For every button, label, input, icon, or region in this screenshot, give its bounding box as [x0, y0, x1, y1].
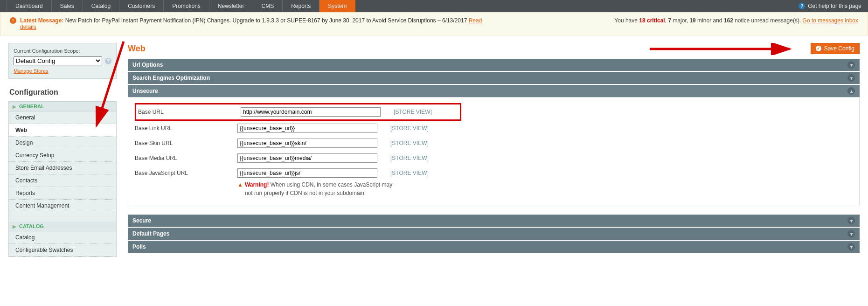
configuration-heading: Configuration — [9, 88, 117, 97]
check-icon: ✓ — [816, 46, 821, 51]
page-title: Web — [128, 44, 146, 54]
nav-cms[interactable]: CMS — [253, 0, 283, 12]
base-js-url-input[interactable] — [237, 168, 377, 178]
scope-label: [STORE VIEW] — [394, 109, 432, 115]
chevron-down-icon: ▾ — [847, 230, 855, 237]
panel-url-options[interactable]: Url Options ▾ — [128, 59, 860, 71]
help-icon: ? — [799, 3, 805, 9]
notification-summary: You have 18 critical, 7 major, 19 minor … — [614, 17, 858, 24]
chevron-down-icon: ▾ — [847, 74, 855, 82]
save-config-button[interactable]: ✓ Save Config — [811, 43, 860, 54]
warning-icon: ! — [10, 17, 16, 24]
menu-item-content-management[interactable]: Content Management — [9, 200, 116, 212]
menu-item-currency-setup[interactable]: Currency Setup — [9, 149, 116, 162]
hint-icon[interactable]: ? — [105, 58, 111, 64]
menu-item-store-email[interactable]: Store Email Addresses — [9, 162, 116, 174]
menu-item-design[interactable]: Design — [9, 137, 116, 149]
field-label: Base Link URL — [135, 125, 237, 132]
config-menu: ▶ GENERAL General Web Design Currency Se… — [8, 101, 117, 257]
cdn-warning-note: ▲ Warning! When using CDN, in some cases… — [237, 181, 396, 197]
chevron-up-icon: ▴ — [847, 87, 855, 95]
section-general[interactable]: ▶ GENERAL — [9, 102, 116, 111]
highlight-base-url: Base URL [STORE VIEW] — [135, 103, 461, 121]
nav-catalog[interactable]: Catalog — [83, 0, 119, 12]
message-text: Latest Message: New Patch for PayPal Ins… — [20, 17, 491, 30]
chevron-down-icon: ▾ — [847, 243, 855, 250]
panel-polls[interactable]: Polls ▾ — [128, 241, 860, 253]
field-label: Base URL — [138, 109, 241, 115]
message-bar: ! Latest Message: New Patch for PayPal I… — [0, 12, 868, 35]
base-url-input[interactable] — [241, 107, 381, 117]
triangle-up-icon: ▲ — [237, 181, 243, 197]
field-label: Base Skin URL — [135, 140, 237, 146]
main-content: Web ✓ Save Config Url Options ▾ Search E… — [128, 43, 860, 254]
scope-label: [STORE VIEW] — [390, 125, 429, 132]
section-catalog[interactable]: ▶ CATALOG — [9, 222, 116, 231]
scope-label: Current Configuration Scope: — [14, 48, 111, 54]
help-text: Get help for this page — [808, 3, 861, 9]
panel-unsecure[interactable]: Unsecure ▴ — [128, 85, 860, 97]
nav-sales[interactable]: Sales — [52, 0, 83, 12]
chevron-down-icon: ▾ — [847, 61, 855, 69]
menu-item-configurable-swatches[interactable]: Configurable Swatches — [9, 244, 116, 257]
top-nav: Dashboard Sales Catalog Customers Promot… — [0, 0, 868, 12]
help-link[interactable]: ? Get help for this page — [799, 0, 861, 12]
field-label: Base Media URL — [135, 155, 237, 161]
latest-message-label: Latest Message: — [20, 17, 63, 24]
base-link-url-input[interactable] — [237, 124, 377, 133]
sidebar: Current Configuration Scope: Default Con… — [8, 43, 117, 257]
nav-system[interactable]: System — [319, 0, 355, 12]
messages-inbox-link[interactable]: Go to messages inbox — [803, 17, 858, 24]
chevron-right-icon: ▶ — [13, 104, 16, 109]
latest-message-body: New Patch for PayPal Instant Payment Not… — [65, 17, 469, 24]
scope-label: [STORE VIEW] — [390, 155, 429, 161]
base-media-url-input[interactable] — [237, 153, 377, 163]
menu-item-catalog[interactable]: Catalog — [9, 231, 116, 244]
panel-unsecure-body: Base URL [STORE VIEW] Base Link URL [STO… — [128, 97, 860, 206]
chevron-down-icon: ▾ — [847, 217, 855, 224]
base-skin-url-input[interactable] — [237, 139, 377, 148]
panel-seo[interactable]: Search Engines Optimization ▾ — [128, 72, 860, 84]
scope-label: [STORE VIEW] — [390, 140, 429, 146]
menu-item-reports[interactable]: Reports — [9, 187, 116, 200]
nav-promotions[interactable]: Promotions — [164, 0, 209, 12]
scope-box: Current Configuration Scope: Default Con… — [8, 43, 117, 79]
panel-secure[interactable]: Secure ▾ — [128, 215, 860, 227]
field-label: Base JavaScript URL — [135, 170, 237, 176]
menu-item-general[interactable]: General — [9, 111, 116, 124]
annotation-arrow-icon — [650, 43, 799, 55]
nav-dashboard[interactable]: Dashboard — [7, 0, 52, 12]
menu-item-web[interactable]: Web — [9, 124, 116, 137]
menu-item-contacts[interactable]: Contacts — [9, 174, 116, 187]
scope-label: [STORE VIEW] — [390, 170, 429, 176]
panel-default-pages[interactable]: Default Pages ▾ — [128, 228, 860, 240]
nav-reports[interactable]: Reports — [283, 0, 319, 12]
nav-newsletter[interactable]: Newsletter — [209, 0, 253, 12]
nav-customers[interactable]: Customers — [119, 0, 164, 12]
chevron-right-icon: ▶ — [13, 224, 16, 229]
scope-select[interactable]: Default Config — [14, 56, 102, 65]
manage-stores-link[interactable]: Manage Stores — [14, 68, 49, 74]
